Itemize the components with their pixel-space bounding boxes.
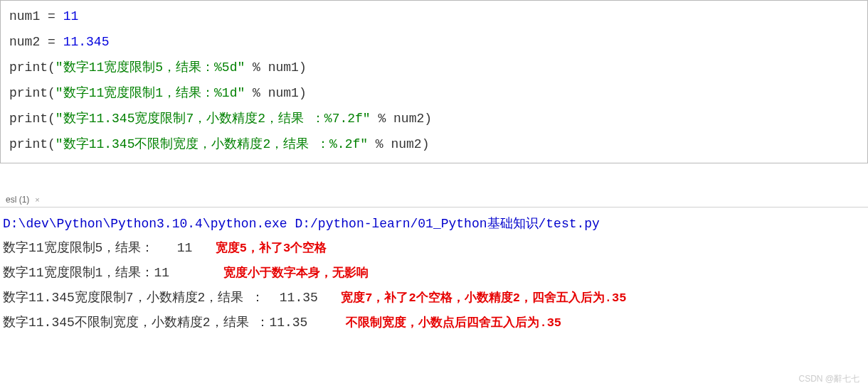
string-literal: "数字11.345不限制宽度，小数精度2，结果 ：%.2f"	[55, 137, 368, 151]
function-name: print	[9, 137, 48, 151]
output-line-3: 数字11.345宽度限制7，小数精度2，结果 ： 11.35 宽度7，补了2个空…	[3, 286, 865, 311]
output-line-4: 数字11.345不限制宽度，小数精度2，结果 ：11.35 不限制宽度，小数点后…	[3, 311, 865, 335]
code-line-6: print("数字11.345不限制宽度，小数精度2，结果 ：%.2f" % n…	[9, 131, 859, 157]
output-line-2: 数字11宽度限制1，结果：11 宽度小于数字本身，无影响	[3, 261, 865, 286]
output-command: D:\dev\Python\Python3.10.4\python.exe D:…	[3, 212, 865, 236]
output-text: 数字11.345宽度限制7，小数精度2，结果 ： 11.35	[3, 286, 341, 310]
identifier: num1	[268, 60, 299, 75]
close-paren: )	[299, 86, 307, 100]
output-line-1: 数字11宽度限制5，结果： 11 宽度5，补了3个空格	[3, 236, 865, 261]
close-icon[interactable]: ×	[35, 195, 39, 204]
open-paren: (	[48, 112, 55, 126]
function-name: print	[9, 60, 48, 75]
output-text: 数字11.345不限制宽度，小数精度2，结果 ：11.35	[3, 311, 346, 335]
operator: %	[371, 112, 393, 126]
string-literal: "数字11.345宽度限制7，小数精度2，结果 ：%7.2f"	[55, 112, 371, 126]
output-text: 数字11宽度限制5，结果： 11	[3, 236, 216, 260]
number-literal: 11	[63, 9, 79, 23]
close-paren: )	[422, 137, 430, 151]
operator: %	[245, 86, 268, 100]
function-name: print	[9, 86, 48, 100]
identifier: num2	[391, 137, 421, 151]
code-line-2: num2 = 11.345	[9, 29, 859, 55]
code-editor: num1 = 11 num2 = 11.345 print("数字11宽度限制5…	[0, 0, 868, 163]
code-line-3: print("数字11宽度限制5，结果：%5d" % num1)	[9, 55, 859, 80]
operator: %	[245, 60, 268, 75]
close-paren: )	[299, 60, 307, 75]
code-line-5: print("数字11.345宽度限制7，小数精度2，结果 ：%7.2f" % …	[9, 106, 859, 131]
open-paren: (	[48, 86, 55, 100]
number-literal: 11.345	[63, 35, 110, 49]
output-tab-bar: esl (1) ×	[0, 192, 868, 208]
code-line-1: num1 = 11	[9, 4, 859, 29]
annotation: 宽度7，补了2个空格，小数精度2，四舍五入后为.35	[341, 286, 626, 311]
code-line-4: print("数字11宽度限制1，结果：%1d" % num1)	[9, 80, 859, 106]
annotation: 不限制宽度，小数点后四舍五入后为.35	[346, 311, 561, 335]
identifier: num1	[268, 86, 299, 100]
output-text: 数字11宽度限制1，结果：11	[3, 261, 223, 285]
identifier: num1	[9, 9, 40, 23]
string-literal: "数字11宽度限制1，结果：%1d"	[55, 86, 245, 100]
output-panel: D:\dev\Python\Python3.10.4\python.exe D:…	[0, 208, 868, 343]
close-paren: )	[424, 112, 432, 126]
operator: %	[368, 137, 391, 151]
operator: =	[40, 35, 63, 49]
identifier: num2	[393, 112, 424, 126]
panel-gap	[0, 163, 868, 192]
identifier: num2	[9, 35, 40, 49]
watermark: CSDN @辭七七	[798, 373, 859, 385]
annotation: 宽度5，补了3个空格	[216, 237, 327, 261]
open-paren: (	[48, 137, 55, 151]
annotation: 宽度小于数字本身，无影响	[223, 262, 369, 286]
output-tab[interactable]: esl (1)	[3, 193, 32, 206]
operator: =	[40, 9, 63, 23]
string-literal: "数字11宽度限制5，结果：%5d"	[55, 60, 245, 75]
function-name: print	[9, 112, 48, 126]
open-paren: (	[48, 60, 55, 75]
